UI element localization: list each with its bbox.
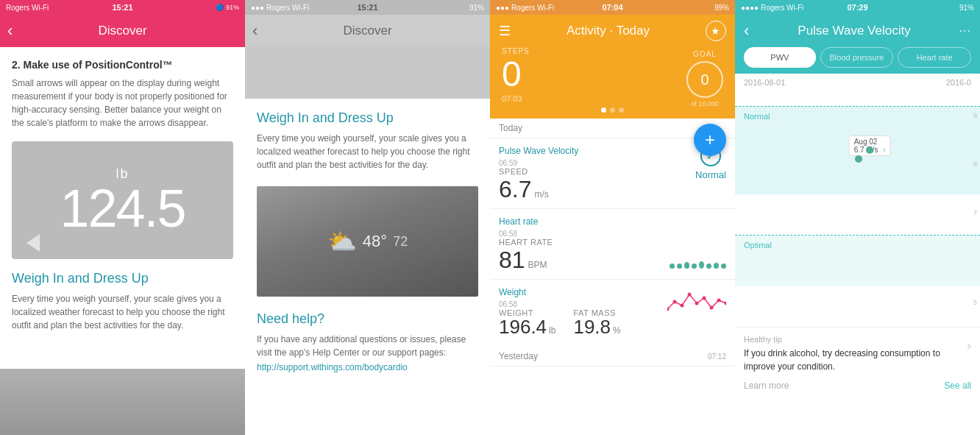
tip-label: Healthy tip [744,335,967,344]
status-bar-1: Rogers Wi-Fi 15:21 🔵 91% [0,0,245,15]
tip-footer: Learn more See all [744,378,971,391]
star-button[interactable]: ★ [706,21,726,41]
status-bar-4: ●●●● Rogers Wi-Fi 07:29 91% [735,0,980,15]
back-button-4[interactable]: ‹ [744,21,749,40]
fat-col: FAT MASS 19.8 % [573,308,620,336]
carrier-3: ●●● Rogers Wi-Fi [496,4,554,12]
date-start: 2016-08-01 [744,78,785,87]
normal-zone-label: Normal [744,112,770,121]
chevron-right-tip-icon[interactable]: › [967,338,971,353]
svg-point-1 [673,300,677,304]
page-dots [490,107,735,119]
position-control-heading: 2. Make use of PositionControl™ [12,59,233,71]
scale-arrow-icon [26,234,40,252]
svg-point-8 [725,302,727,305]
heartrate-value: 81 [499,248,525,272]
dot-2 [610,107,615,113]
status-bar-3: ●●● Rogers Wi-Fi 07:04 99% [490,0,735,15]
panel-activity-today: ●●● Rogers Wi-Fi 07:04 99% ☰ Activity · … [490,0,735,435]
weather-icons: ⛅ 48° 72 [327,227,408,255]
spark-dot-1 [670,264,675,269]
date-end: 2016-0 [946,78,971,87]
tip-row: Healthy tip If you drink alcohol, try de… [744,335,971,373]
see-all-link[interactable]: See all [944,381,971,391]
carrier-2: ●●● Rogers Wi-Fi [251,4,309,12]
activity-scroll[interactable]: Today Pulse Wave Velocity 06:59 SPEED 6.… [490,119,735,435]
yesterday-time: 07:12 [708,353,726,361]
pwv-time: 06:59 [499,159,578,167]
optimal-zone [735,235,980,286]
speed-value: 6.7 [499,177,531,201]
scale-display: lb 124.5 [12,141,233,259]
nav-title-3: Activity · Today [567,24,650,38]
time-3: 07:04 [602,3,622,12]
position-control-body: Small arrows will appear on the display … [12,77,233,130]
weight-label: Weight [499,287,621,297]
more-button[interactable]: ··· [959,24,971,38]
goal-col: GOAL 0 of 10,000 [686,47,723,107]
support-link[interactable]: http://support.withings.com/bodycardio [257,362,478,372]
goal-value: 0 [700,71,709,88]
svg-point-6 [710,306,714,310]
speed-unit: m/s [534,189,548,199]
svg-point-4 [695,302,699,305]
panel1-bottom-gray [0,369,245,435]
y-label-7: 7 [973,209,977,216]
goal-of: of 10,000 [691,100,719,107]
yesterday-section-header: Yesterday 07:12 [490,347,735,367]
temp-display-2: 72 [393,234,408,250]
heartrate-sparkline [670,242,726,272]
dot-1 [601,107,606,113]
tab-blood-pressure[interactable]: Blood pressure [820,47,894,68]
tab-heart-rate[interactable]: Heart rate [898,47,971,68]
optimal-zone-label: Optimal [744,241,772,250]
fab-button[interactable]: + [694,124,726,156]
hamburger-icon[interactable]: ☰ [499,23,511,39]
panel1-content: 2. Make use of PositionControl™ Small ar… [0,47,245,369]
need-help-title: Need help? [257,311,478,327]
spark-dot-5 [699,261,704,269]
scale-weather-inner: ⛅ 48° 72 [257,186,478,297]
yesterday-label: Yesterday [499,351,538,361]
spark-dot-6 [706,264,711,269]
battery-icons-1: 🔵 91% [216,4,239,11]
bluetooth-icon: 🔵 [216,4,224,11]
data-label-date: Aug 02 [854,138,878,146]
weight-value: 196.4 [499,317,547,336]
spark-dot-3 [684,262,689,269]
back-button-2[interactable]: ‹ [252,21,258,40]
nav-bar-1: ‹ Discover [0,15,245,47]
tip-content: Healthy tip If you drink alcohol, try de… [744,335,967,373]
weight-col: WEIGHT 196.4 lb [499,308,555,336]
tip-text: If you drink alcohol, try decreasing con… [744,347,967,373]
chevron-right-icon: › [883,146,885,154]
goal-circle: 0 [686,61,723,98]
learn-more-link[interactable]: Learn more [744,381,789,391]
y-label-9: 9 [973,112,977,119]
weigh-in-title-1: Weigh In and Dress Up [12,271,233,286]
heartrate-info: Heart rate 06:58 HEART RATE 81 BPM [499,216,553,272]
spark-dot-2 [677,264,682,269]
weight-row: WEIGHT 196.4 lb FAT MASS 19.8 % [499,308,621,336]
healthy-tip-section: Healthy tip If you drink alcohol, try de… [735,327,980,398]
pwv-chart: Normal Optimal 9 8 7 5 Aug 02 6.7 m/s › [735,91,980,327]
tab-pwv[interactable]: PWV [744,47,816,68]
tab-bar: PWV Blood pressure Heart rate [735,47,980,74]
steps-col: STEPS 0 07:03 [502,47,530,103]
spark-dot-8 [721,264,726,269]
goal-label: GOAL [693,50,717,58]
heartrate-metric: HEART RATE [499,238,553,247]
svg-point-5 [703,297,706,300]
weigh-in-body-1: Every time you weigh yourself, your scal… [12,292,233,332]
back-button-1[interactable]: ‹ [7,21,13,40]
spark-dot-4 [692,264,697,269]
svg-point-7 [717,299,721,303]
heartrate-card[interactable]: Heart rate 06:58 HEART RATE 81 BPM [490,209,735,280]
panel-pwv: ●●●● Rogers Wi-Fi 07:29 91% ‹ Pulse Wave… [735,0,980,435]
weight-sparkline [667,287,726,324]
weight-card[interactable]: Weight 06:58 WEIGHT 196.4 lb FAT MASS [490,280,735,347]
fat-unit: % [613,325,621,336]
steps-value: 0 [502,55,530,94]
nav-bar-4: ‹ Pulse Wave Velocity ··· [735,15,980,47]
heartrate-time: 06:58 [499,230,553,238]
